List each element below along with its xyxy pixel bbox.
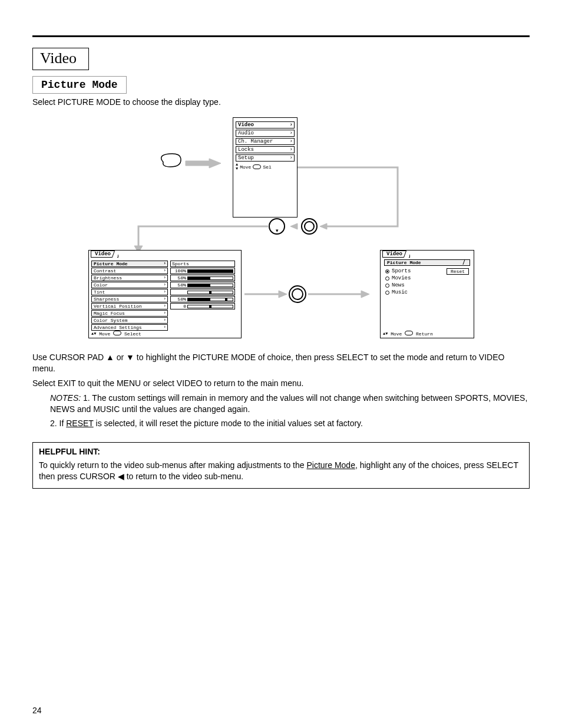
radio-icon <box>385 276 389 281</box>
osd-tab: Video <box>91 251 118 258</box>
svg-point-9 <box>289 286 306 302</box>
osd-subtitle: Picture Mode <box>384 259 470 266</box>
flow-diagram: ▾ Video› Audio› Ch. Manager› Locks› Setu… <box>32 111 530 347</box>
tip-body: To quickly return to the video sub-menus… <box>39 460 523 482</box>
osd-picture-mode-submenu: Video Picture Mode Reset Sports Movies N… <box>380 250 474 338</box>
detail-item[interactable]: Picture Mode› <box>91 261 168 267</box>
detail-item[interactable]: Tint› <box>91 289 168 295</box>
detail-item[interactable]: Vertical Position› <box>91 303 168 309</box>
picture-mode-option[interactable]: News <box>385 282 469 288</box>
detail-hint: ▲▼ Move Select <box>91 331 141 337</box>
radio-icon <box>385 284 389 288</box>
detail-item[interactable]: Sharpness› <box>91 296 168 302</box>
detail-value: 100% <box>170 268 235 274</box>
step-1: Use CURSOR PAD ▲ or ▼ to highlight the P… <box>32 352 530 374</box>
picture-mode-option[interactable]: Movies <box>385 275 469 281</box>
detail-value: 50% <box>170 275 235 281</box>
main-menu-item[interactable]: Ch. Manager› <box>236 138 295 145</box>
main-menu-item[interactable]: Audio› <box>236 130 295 137</box>
osd-video-detail: Video Picture Mode› Contrast› Brightness… <box>88 250 242 338</box>
detail-value: 50% <box>170 296 235 302</box>
note-1: 1. The custom settings will remain in me… <box>50 393 527 414</box>
svg-marker-0 <box>186 159 221 168</box>
instruction-steps: Use CURSOR PAD ▲ or ▼ to highlight the P… <box>32 352 530 429</box>
picture-mode-option[interactable]: Music <box>385 289 469 295</box>
svg-marker-11 <box>361 291 369 298</box>
detail-item[interactable]: Advanced Settings› <box>91 324 168 331</box>
page-number: 24 <box>32 706 42 715</box>
top-divider <box>32 35 530 37</box>
detail-item[interactable]: Brightness› <box>91 275 168 281</box>
radio-icon <box>385 291 389 295</box>
svg-text:▾: ▾ <box>276 228 279 233</box>
svg-marker-4 <box>290 223 297 229</box>
detail-value: 0 <box>170 303 235 309</box>
svg-point-5 <box>269 219 285 234</box>
step-2: Select EXIT to quit the MENU or select V… <box>32 378 530 389</box>
main-menu-item[interactable]: Locks› <box>236 146 295 153</box>
helpful-hint-box: HELPFUL HINT: To quickly return to the v… <box>32 442 530 489</box>
detail-item[interactable]: Contrast› <box>91 268 168 274</box>
svg-point-3 <box>305 222 314 231</box>
detail-item[interactable]: Color System› <box>91 317 168 324</box>
reset-button[interactable]: Reset <box>447 268 469 275</box>
detail-value: Sports <box>170 261 235 267</box>
submenu-hint: ▲▼ Move Return <box>383 331 433 337</box>
radio-icon <box>385 269 389 274</box>
detail-item[interactable]: Magic Focus› <box>91 310 168 317</box>
intro-text: Select PICTURE MODE to choose the displa… <box>32 97 530 107</box>
osd-main-menu: Video› Audio› Ch. Manager› Locks› Setup›… <box>233 117 297 218</box>
svg-marker-1 <box>320 223 327 229</box>
tip-title: HELPFUL HINT: <box>39 446 523 457</box>
main-menu-item[interactable]: Video› <box>236 121 295 129</box>
detail-value: 50% <box>170 282 235 288</box>
subsection-title: Picture Mode <box>32 76 127 94</box>
main-menu-item[interactable]: Setup› <box>236 154 295 162</box>
svg-marker-8 <box>279 291 287 298</box>
note-2: 2. If RESET is selected, it will reset t… <box>50 418 530 429</box>
detail-value <box>170 289 235 295</box>
svg-point-10 <box>292 289 303 299</box>
main-menu-hint: ▲▼ Move Sel <box>236 163 295 171</box>
detail-item[interactable]: Color› <box>91 282 168 288</box>
svg-point-2 <box>302 219 317 234</box>
osd-tab: Video <box>382 251 410 258</box>
notes-label: NOTES: <box>50 393 81 403</box>
section-title: Video <box>32 48 89 70</box>
